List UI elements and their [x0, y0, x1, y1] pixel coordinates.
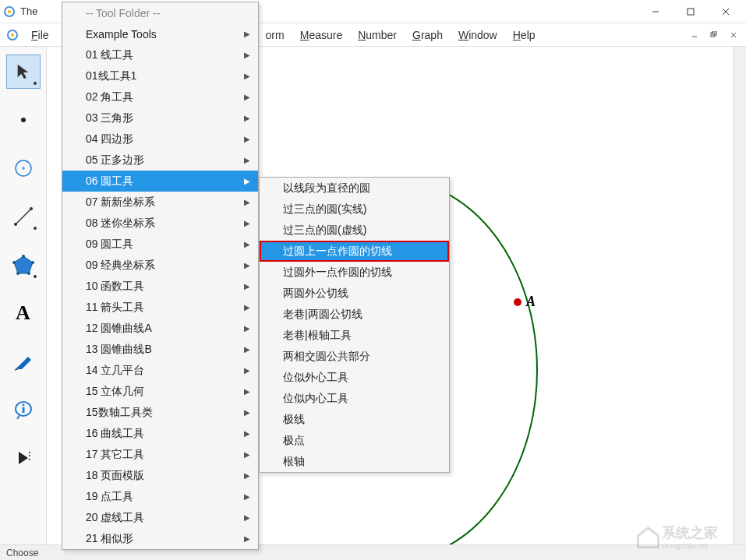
submenu-arrow-icon: ▶	[244, 450, 250, 459]
menu-item[interactable]: 11 箭头工具▶	[62, 297, 258, 318]
custom-tools-button[interactable]: ⋮	[6, 441, 41, 475]
information-tool[interactable]	[6, 393, 41, 427]
point-dot-icon	[514, 298, 521, 306]
submenu-item[interactable]: 过三点的圆(实线)	[260, 199, 449, 220]
submenu-arrow-icon: ▶	[244, 93, 250, 101]
submenu-item[interactable]: 过三点的圆(虚线)	[260, 220, 449, 241]
menu-item-label: 01线工具1	[86, 69, 136, 83]
menu-item[interactable]: 15 立体几何▶	[62, 381, 258, 402]
menu-item[interactable]: 06 圆工具▶	[62, 171, 258, 192]
menu-item[interactable]: 04 四边形▶	[62, 129, 258, 150]
straightedge-line-tool[interactable]	[6, 199, 41, 234]
polygon-tool[interactable]	[6, 248, 41, 282]
svg-line-17	[16, 209, 31, 224]
submenu-item[interactable]: 极线	[260, 409, 449, 430]
text-tool[interactable]: A	[6, 296, 41, 330]
submenu-arrow-icon: ▶	[244, 282, 250, 291]
submenu-arrow-icon: ▶	[244, 303, 250, 312]
submenu-item[interactable]: 老巷|根轴工具	[260, 325, 449, 346]
svg-point-7	[11, 33, 14, 37]
submenu-item-label: 极线	[283, 413, 305, 427]
menu-help[interactable]: Help	[508, 27, 540, 43]
mdi-close-button[interactable]	[727, 28, 740, 41]
svg-point-24	[16, 272, 19, 275]
menu-item[interactable]: 09 经典坐标系▶	[62, 255, 258, 276]
svg-point-13	[21, 118, 26, 122]
menu-item[interactable]: 14 立几平台▶	[62, 360, 258, 381]
submenu-item-label: 位似外心工具	[283, 371, 348, 385]
maximize-button[interactable]	[673, 1, 708, 23]
point-a[interactable]: A	[514, 294, 536, 310]
menu-item[interactable]: 09 圆工具▶	[62, 234, 258, 255]
menu-item-label: 01 线工具	[86, 48, 133, 62]
submenu-arrow-icon: ▶	[244, 72, 250, 80]
submenu-item[interactable]: 过圆上一点作圆的切线	[260, 241, 449, 262]
menu-orm-fragment[interactable]: orm	[261, 27, 289, 43]
svg-rect-3	[688, 9, 694, 15]
menu-item-label: 20 虚线工具	[86, 511, 144, 525]
menu-item[interactable]: 16 曲线工具▶	[62, 423, 258, 444]
menu-item[interactable]: 05 正多边形▶	[62, 150, 258, 171]
menu-header: -- Tool Folder --	[62, 2, 258, 23]
menu-number[interactable]: Number	[353, 27, 401, 43]
menu-item-label: 05 正多边形	[86, 153, 144, 167]
custom-tools-menu: -- Tool Folder -- Example Tools▶01 线工具▶0…	[62, 2, 259, 550]
menu-item[interactable]: 03 三角形▶	[62, 107, 258, 129]
menu-item-label: 08 迷你坐标系	[86, 217, 155, 231]
selection-arrow-tool[interactable]	[6, 55, 41, 89]
menu-item[interactable]: 08 迷你坐标系▶	[62, 213, 258, 234]
doc-icon	[6, 29, 19, 41]
svg-point-22	[31, 261, 34, 264]
submenu-item[interactable]: 以线段为直径的圆	[260, 178, 449, 199]
menu-file[interactable]: File	[27, 27, 54, 43]
submenu-arrow-icon: ▶	[244, 135, 250, 143]
submenu-arrow-icon: ▶	[244, 492, 250, 501]
menu-item[interactable]: 02 角工具▶	[62, 86, 258, 107]
menu-item[interactable]: 17 其它工具▶	[62, 444, 258, 465]
menu-item-label: 19 点工具	[86, 490, 133, 504]
marker-tool[interactable]	[6, 344, 41, 379]
mdi-minimize-button[interactable]	[688, 28, 701, 41]
menu-item-label: 21 相似形	[86, 532, 133, 546]
compass-circle-tool[interactable]	[6, 151, 41, 185]
submenu-item[interactable]: 老巷|两圆公切线	[260, 304, 449, 325]
close-button[interactable]	[708, 1, 743, 23]
menu-item[interactable]: 07 新新坐标系▶	[62, 192, 258, 213]
menu-item[interactable]: 10 函数工具▶	[62, 276, 258, 297]
minimize-button[interactable]	[638, 1, 673, 23]
menu-graph[interactable]: Graph	[408, 27, 447, 43]
status-text: Choose	[6, 548, 38, 558]
submenu-arrow-icon: ▶	[244, 156, 250, 164]
submenu-item[interactable]: 位似外心工具	[260, 367, 449, 388]
menu-item[interactable]: 01线工具1▶	[62, 65, 258, 86]
svg-rect-28	[22, 407, 24, 413]
menu-measure[interactable]: Measure	[295, 27, 347, 43]
menu-item[interactable]: 01 线工具▶	[62, 44, 258, 65]
menu-item-label: 02 角工具	[86, 90, 133, 104]
submenu-item[interactable]: 两圆外公切线	[260, 283, 449, 304]
svg-point-18	[14, 223, 17, 226]
menu-item[interactable]: 12 圆锥曲线A▶	[62, 318, 258, 339]
submenu-item[interactable]: 根轴	[260, 451, 449, 472]
menu-item-label: 11 箭头工具	[86, 301, 144, 315]
menu-item[interactable]: 21 相似形▶	[62, 528, 258, 549]
submenu-item[interactable]: 两相交圆公共部分	[260, 346, 449, 367]
submenu-arrow-icon: ▶	[244, 30, 250, 38]
submenu-item-label: 老巷|根轴工具	[283, 329, 352, 343]
menu-window[interactable]: Window	[454, 27, 502, 43]
submenu-item[interactable]: 极点	[260, 430, 449, 451]
menu-item[interactable]: 20 虚线工具▶	[62, 507, 258, 528]
mdi-restore-button[interactable]	[707, 28, 720, 41]
submenu-item[interactable]: 位似内心工具	[260, 388, 449, 409]
app-icon	[3, 5, 16, 18]
menu-item[interactable]: 13 圆锥曲线B▶	[62, 339, 258, 360]
submenu-arrow-icon: ▶	[244, 366, 250, 375]
svg-point-25	[12, 261, 16, 264]
menu-item-label: 13 圆锥曲线B	[86, 343, 152, 357]
menu-item[interactable]: 19 点工具▶	[62, 486, 258, 507]
menu-item[interactable]: 18 页面模版▶	[62, 465, 258, 486]
menu-item[interactable]: 15数轴工具类▶	[62, 402, 258, 423]
submenu-item[interactable]: 过圆外一点作圆的切线	[260, 262, 449, 283]
point-tool[interactable]	[6, 103, 41, 137]
menu-item[interactable]: Example Tools▶	[62, 23, 258, 44]
